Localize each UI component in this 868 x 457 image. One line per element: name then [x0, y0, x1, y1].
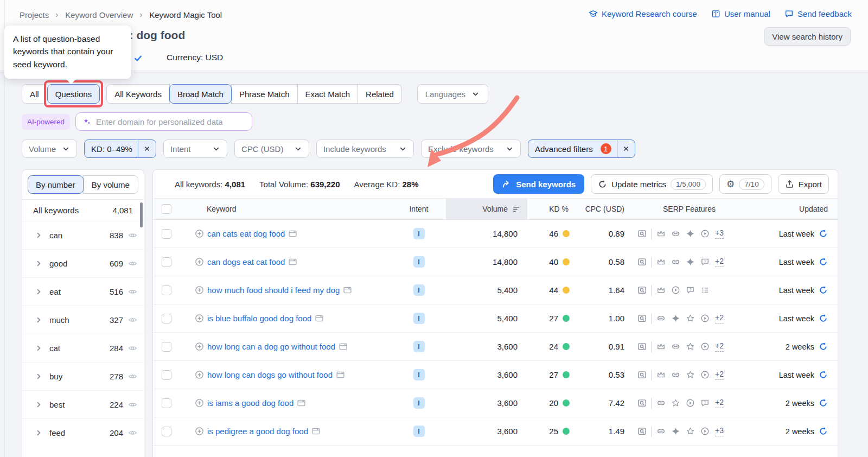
preview-icon[interactable] — [637, 229, 647, 238]
tab-questions[interactable]: Questions — [47, 84, 100, 104]
all-keywords-group-row[interactable]: All keywords 4,081 — [22, 199, 144, 221]
tab-all-keywords[interactable]: All Keywords — [106, 84, 170, 104]
sidebar-scrollbar[interactable] — [140, 202, 143, 227]
row-checkbox[interactable] — [162, 285, 171, 295]
serp-more-count[interactable]: +2 — [715, 257, 724, 267]
plus-circle-icon[interactable] — [195, 257, 204, 266]
keyword-group-item[interactable]: buy278 — [22, 362, 144, 390]
breadcrumb-item[interactable]: Keyword Overview — [65, 10, 133, 20]
preview-icon[interactable] — [637, 398, 647, 408]
plus-circle-icon[interactable] — [195, 314, 204, 323]
keyword-group-item[interactable]: much327 — [22, 306, 144, 334]
serp-window-icon[interactable] — [343, 285, 352, 295]
serp-window-icon[interactable] — [315, 314, 324, 323]
refresh-icon[interactable] — [819, 398, 828, 408]
keyword-group-item[interactable]: can838 — [22, 221, 144, 249]
eye-icon[interactable] — [128, 259, 137, 268]
by-number-toggle[interactable]: By number — [28, 175, 84, 194]
plus-circle-icon[interactable] — [195, 427, 204, 436]
keyword-group-item[interactable]: cat284 — [22, 334, 144, 362]
refresh-icon[interactable] — [819, 229, 828, 238]
keyword-link[interactable]: is iams a good dog food — [207, 398, 293, 408]
keyword-group-item[interactable]: feed204 — [22, 418, 144, 447]
serp-more-count[interactable]: +2 — [715, 398, 724, 408]
filter-advanced-filters[interactable]: Advanced filters1 — [528, 139, 635, 158]
refresh-icon[interactable] — [819, 342, 828, 351]
eye-icon[interactable] — [128, 400, 137, 409]
export-button[interactable]: Export — [778, 174, 829, 194]
keyword-link[interactable]: can cats eat dog food — [207, 229, 285, 238]
filter-volume[interactable]: Volume — [22, 139, 77, 158]
keyword-link[interactable]: how long can a dog go without food — [207, 342, 335, 351]
keyword-group-item[interactable]: eat516 — [22, 277, 144, 306]
eye-icon[interactable] — [128, 344, 137, 353]
eye-icon[interactable] — [128, 315, 137, 325]
breadcrumb-item[interactable]: Projects — [20, 10, 49, 20]
row-checkbox[interactable] — [162, 257, 171, 267]
eye-icon[interactable] — [128, 231, 137, 240]
keyword-group-item[interactable]: best224 — [22, 390, 144, 418]
row-checkbox[interactable] — [162, 314, 171, 323]
plus-circle-icon[interactable] — [195, 370, 204, 379]
preview-icon[interactable] — [637, 285, 647, 295]
keyword-link[interactable]: is blue buffalo good dog food — [207, 314, 311, 323]
refresh-icon[interactable] — [819, 370, 828, 379]
serp-window-icon[interactable] — [311, 427, 321, 436]
plus-circle-icon[interactable] — [195, 229, 204, 238]
filter-clear-button[interactable] — [617, 140, 635, 157]
serp-window-icon[interactable] — [288, 229, 297, 238]
filter-exclude-keywords[interactable]: Exclude keywords — [421, 139, 521, 158]
keyword-group-item[interactable]: good609 — [22, 249, 144, 277]
by-volume-toggle[interactable]: By volume — [83, 175, 139, 194]
update-metrics-button[interactable]: Update metrics 1/5,000 — [591, 174, 713, 194]
tab-phrase-match[interactable]: Phrase Match — [231, 84, 298, 104]
select-all-checkbox[interactable] — [162, 204, 171, 214]
header-link-grad-cap[interactable]: Keyword Research course — [589, 9, 697, 18]
row-checkbox[interactable] — [162, 427, 171, 436]
header-link-book[interactable]: User manual — [711, 9, 770, 18]
preview-icon[interactable] — [637, 370, 647, 379]
tab-broad-match[interactable]: Broad Match — [169, 84, 232, 104]
keyword-link[interactable]: is pedigree a good dog food — [207, 427, 308, 436]
serp-window-icon[interactable] — [288, 257, 297, 266]
row-checkbox[interactable] — [162, 229, 171, 239]
header-link-feedback[interactable]: Send feedback — [784, 9, 852, 18]
serp-window-icon[interactable] — [339, 342, 348, 351]
keyword-link[interactable]: how much food should i feed my dog — [207, 285, 340, 295]
filter-include-keywords[interactable]: Include keywords — [316, 139, 414, 158]
serp-more-count[interactable]: +2 — [715, 313, 724, 323]
column-volume[interactable]: Volume — [446, 199, 527, 219]
serp-more-count[interactable]: +3 — [715, 426, 724, 436]
tab-exact-match[interactable]: Exact Match — [297, 84, 359, 104]
domain-input[interactable] — [96, 117, 245, 126]
refresh-icon[interactable] — [819, 285, 828, 295]
row-checkbox[interactable] — [162, 370, 171, 380]
plus-circle-icon[interactable] — [195, 285, 204, 295]
serp-more-count[interactable]: +3 — [715, 228, 724, 239]
serp-more-count[interactable]: +2 — [715, 370, 724, 380]
keyword-link[interactable]: how long can dogs go without food — [207, 370, 333, 379]
preview-icon[interactable] — [637, 427, 647, 436]
refresh-icon[interactable] — [819, 314, 828, 323]
tab-all[interactable]: All — [22, 84, 47, 104]
languages-dropdown[interactable]: Languages — [417, 84, 488, 104]
refresh-icon[interactable] — [819, 257, 828, 266]
serp-window-icon[interactable] — [297, 398, 306, 408]
send-keywords-button[interactable]: Send keywords — [493, 174, 584, 194]
preview-icon[interactable] — [637, 257, 647, 266]
plus-circle-icon[interactable] — [195, 398, 204, 408]
tab-related[interactable]: Related — [358, 84, 402, 104]
refresh-icon[interactable] — [819, 427, 828, 436]
eye-icon[interactable] — [128, 287, 137, 296]
row-checkbox[interactable] — [162, 398, 171, 408]
eye-icon[interactable] — [128, 372, 137, 381]
eye-icon[interactable] — [128, 428, 137, 437]
filter-intent[interactable]: Intent — [163, 139, 227, 158]
keyword-link[interactable]: can dogs eat cat food — [207, 257, 285, 266]
view-search-history-button[interactable]: View search history — [764, 27, 851, 46]
filter-clear-button[interactable] — [138, 140, 156, 157]
row-checkbox[interactable] — [162, 342, 171, 352]
plus-circle-icon[interactable] — [195, 342, 204, 351]
metrics-settings-button[interactable]: ⚙ 7/10 — [719, 174, 771, 194]
serp-more-count[interactable]: +2 — [715, 341, 724, 352]
